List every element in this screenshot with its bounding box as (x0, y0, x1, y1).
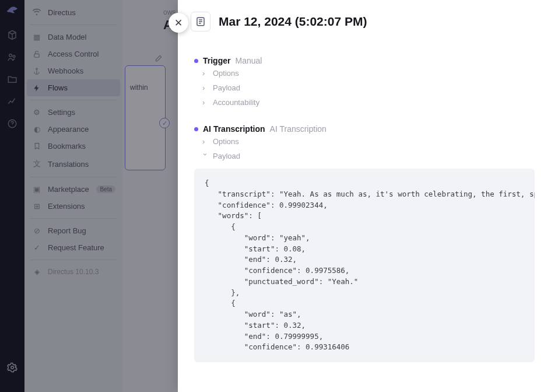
section-subtitle: AI Transcription (270, 124, 327, 134)
section-ai-transcription: AI Transcription AI Transcription ›Optio… (194, 124, 535, 362)
chevron-right-icon: › (202, 98, 208, 107)
log-drawer: ✕ Mar 12, 2024 (5:02:07 PM) Trigger Manu… (178, 0, 551, 392)
chevron-down-icon: › (201, 153, 210, 159)
drawer-title: Mar 12, 2024 (5:02:07 PM) (219, 15, 367, 29)
disclosure-options[interactable]: ›Options (194, 65, 535, 80)
payload-code-block[interactable]: { "transcript": "Yeah. As as much as, it… (194, 169, 535, 362)
disclosure-payload[interactable]: ›Payload (194, 80, 535, 94)
disclosure-accountability[interactable]: ›Accountability (194, 94, 535, 109)
chevron-right-icon: › (202, 83, 208, 92)
chevron-right-icon: › (202, 69, 208, 78)
close-drawer-button[interactable]: ✕ (169, 13, 188, 33)
disclosure-options[interactable]: ›Options (194, 134, 535, 148)
section-name: Trigger (203, 56, 230, 65)
section-trigger: Trigger Manual ›Options ›Payload ›Accoun… (194, 56, 535, 109)
status-dot (194, 59, 198, 63)
section-name: AI Transcription (203, 124, 265, 134)
disclosure-payload-open[interactable]: ›Payload (194, 148, 535, 163)
section-subtitle: Manual (235, 56, 262, 65)
status-dot (194, 127, 198, 131)
chevron-right-icon: › (202, 137, 208, 146)
log-icon (191, 12, 210, 32)
